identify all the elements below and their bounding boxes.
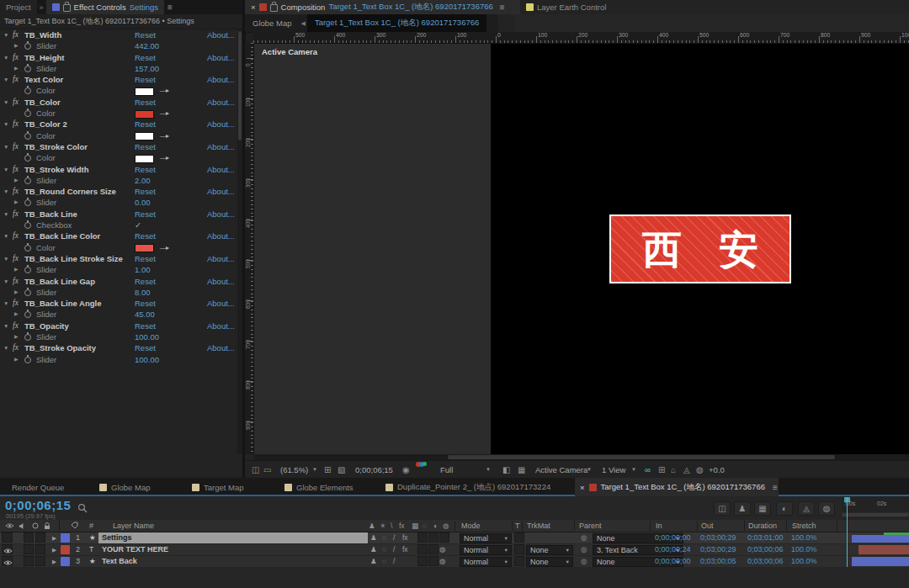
triangle-closed-icon[interactable]: ▶: [14, 40, 19, 51]
motion-blur-icon[interactable]: ◐: [776, 501, 793, 516]
quality-toggle[interactable]: /: [393, 532, 395, 543]
close-tab-icon[interactable]: ×: [251, 3, 256, 12]
slider-value[interactable]: 1.00: [135, 264, 151, 275]
current-time-indicator-handle[interactable]: [844, 497, 850, 502]
layer-duration-bar[interactable]: [852, 557, 909, 566]
effect-row[interactable]: ▼fxTB_WidthResetAbout...: [0, 29, 237, 40]
triangle-closed-icon[interactable]: ▶: [14, 63, 19, 74]
search-icon[interactable]: [77, 503, 88, 513]
flowchart-globe-icon[interactable]: ◍: [696, 461, 704, 479]
trkmat-dropdown[interactable]: None▼: [526, 545, 573, 555]
effect-param-row[interactable]: ▶Slider442.00: [0, 40, 237, 51]
duration-column[interactable]: Duration: [748, 520, 777, 532]
about-link[interactable]: About...: [207, 164, 235, 175]
mode-column[interactable]: Mode: [461, 520, 481, 532]
switch-box[interactable]: [428, 556, 439, 566]
text-box-element[interactable]: 西 安: [609, 215, 791, 283]
triangle-open-icon[interactable]: ▼: [3, 164, 8, 175]
layer-duration-bar[interactable]: [852, 535, 909, 543]
transparency-grid-icon[interactable]: ▦: [518, 461, 525, 479]
reset-link[interactable]: Reset: [135, 29, 156, 40]
label-color-icon[interactable]: [71, 522, 78, 533]
video-toggle[interactable]: [2, 556, 13, 566]
shy-toggle[interactable]: ♟: [370, 556, 377, 567]
stopwatch-icon[interactable]: [24, 66, 31, 72]
viewer-tab-active[interactable]: Target 1_Text Box 1C_ (地名) 6920171736766: [307, 14, 486, 33]
bottom-tab-target-map[interactable]: Target Map: [187, 478, 271, 496]
slider-value[interactable]: 45.00: [135, 309, 155, 320]
triangle-closed-icon[interactable]: ▶: [14, 175, 19, 186]
about-link[interactable]: About...: [207, 141, 235, 152]
in-value[interactable]: 0;00;00;24: [655, 544, 691, 555]
stopwatch-icon[interactable]: [24, 245, 31, 252]
about-link[interactable]: About...: [207, 230, 235, 241]
shy-toggle[interactable]: ♟: [370, 532, 377, 543]
switch-box[interactable]: [428, 532, 439, 543]
current-timecode[interactable]: 0;00;06;15: [5, 498, 71, 512]
tab-layer-earth-control[interactable]: Layer Earth Control: [520, 0, 909, 14]
camera-select-value[interactable]: Active Camera: [535, 461, 587, 479]
panel-menu-icon[interactable]: ≡: [769, 483, 779, 492]
triangle-closed-icon[interactable]: ▶: [14, 197, 19, 208]
layer-label-swatch[interactable]: [61, 533, 70, 543]
chevron-down-icon[interactable]: ▼: [631, 461, 636, 479]
duration-value[interactable]: 0;03;01;00: [747, 532, 784, 543]
t-column[interactable]: T: [515, 520, 520, 532]
shy-toggle[interactable]: ♟: [370, 544, 377, 555]
view-layout-value[interactable]: 1 View: [602, 461, 625, 479]
reset-link[interactable]: Reset: [135, 230, 156, 241]
out-column[interactable]: Out: [701, 520, 714, 532]
tab-overflow-icon[interactable]: »: [37, 3, 46, 12]
preserve-transparency-box[interactable]: [514, 544, 524, 554]
fx-icon[interactable]: fx: [399, 520, 405, 532]
out-value[interactable]: 0;03;00;05: [700, 556, 736, 567]
effect-param-row[interactable]: Color—▸: [0, 108, 237, 119]
stopwatch-icon[interactable]: [24, 267, 31, 273]
panel-menu-icon[interactable]: ≡: [497, 3, 508, 12]
effect-row[interactable]: ▼fxTB_ColorResetAbout...: [0, 97, 237, 108]
collapse-transformations-icon[interactable]: ☀: [380, 520, 386, 532]
about-link[interactable]: About...: [207, 186, 235, 197]
fx-toggle[interactable]: fx: [402, 532, 408, 543]
scrollbar-thumb[interactable]: [448, 455, 835, 459]
triangle-open-icon[interactable]: ▼: [3, 74, 8, 85]
reset-link[interactable]: Reset: [135, 320, 156, 331]
reset-link[interactable]: Reset: [135, 298, 156, 309]
layer-duration-bar[interactable]: [858, 545, 909, 554]
effect-row[interactable]: ▼fxTB_Stroke OpacityResetAbout...: [0, 342, 237, 353]
out-value[interactable]: 0;03;00;29: [700, 544, 736, 555]
channels-icon[interactable]: [416, 461, 428, 479]
reset-link[interactable]: Reset: [135, 186, 156, 197]
magnification-value[interactable]: (61.5%): [280, 461, 308, 479]
triangle-open-icon[interactable]: ▼: [3, 276, 8, 287]
exposure-value[interactable]: +0.0: [709, 461, 725, 479]
reset-link[interactable]: Reset: [135, 52, 156, 63]
solo-box[interactable]: [24, 544, 34, 554]
stretch-value[interactable]: 100.0%: [791, 532, 817, 543]
lock-box[interactable]: [35, 556, 45, 566]
effect-param-row[interactable]: ▶Slider100.00: [0, 354, 237, 365]
triangle-open-icon[interactable]: ▼: [3, 320, 8, 331]
lock-viewer-icon[interactable]: [270, 4, 278, 12]
effect-param-row[interactable]: Color—▸: [0, 130, 237, 141]
about-link[interactable]: About...: [207, 253, 235, 264]
layer-label-swatch[interactable]: [61, 545, 70, 554]
about-link[interactable]: About...: [207, 52, 235, 63]
draft-3d-icon[interactable]: ◍: [818, 501, 835, 516]
tab-composition[interactable]: × Composition Target 1_Text Box 1C_ (地名)…: [245, 0, 527, 14]
stereo-3d-icon[interactable]: ∞: [645, 461, 651, 479]
bottom-tab-duplicate-pointer-2-69201717[interactable]: Duplicate_Pointer 2_ (地点) 692017173224: [380, 478, 569, 496]
mode-dropdown[interactable]: Normal▼: [460, 557, 512, 567]
grid-options-icon[interactable]: ⊞: [324, 461, 331, 479]
viewer-overflow-icon[interactable]: ◀: [299, 20, 306, 27]
chevron-down-icon[interactable]: ▼: [587, 461, 592, 479]
chevron-down-icon[interactable]: ▼: [312, 461, 317, 479]
shy-icon[interactable]: ♟: [369, 520, 375, 532]
trkmat-column[interactable]: TrkMat: [527, 520, 550, 532]
effect-row[interactable]: ▼fxTB_Back Line ColorResetAbout...: [0, 230, 237, 241]
panel-menu-icon[interactable]: ≡: [164, 3, 176, 12]
layer-name-selected[interactable]: Settings: [98, 532, 368, 543]
preserve-transparency-box[interactable]: [514, 532, 524, 543]
color-swatch[interactable]: [135, 132, 154, 140]
viewer-tab-globe-map[interactable]: Globe Map: [245, 14, 299, 32]
